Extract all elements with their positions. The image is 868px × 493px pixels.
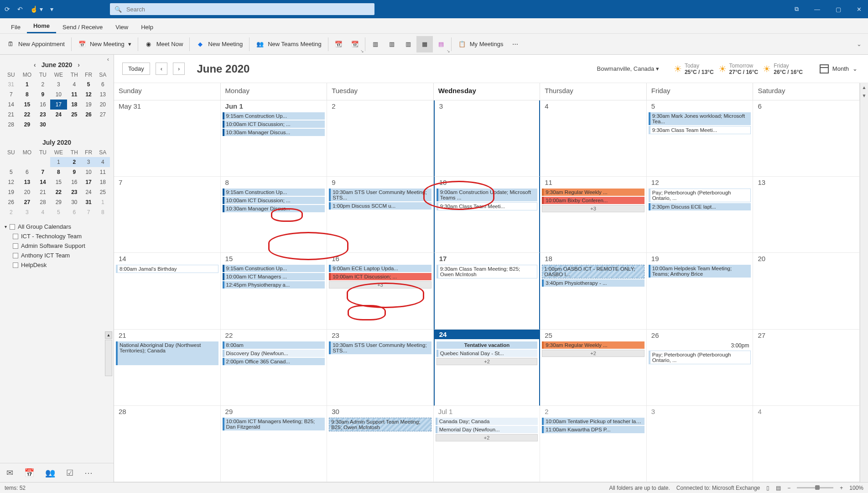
calendar-nav-icon[interactable]: 📅 (24, 468, 34, 478)
mini-cal-day[interactable]: 2 (67, 157, 81, 167)
mini-cal-day[interactable]: 26 (81, 110, 95, 120)
day-cell[interactable]: 148:00am Jamal's Birthday (114, 253, 221, 329)
mini-cal-day[interactable]: 11 (96, 167, 110, 177)
calendar-event[interactable]: 10:00am ICT Managers ... (223, 273, 325, 280)
mini-cal-day[interactable]: 31 (4, 79, 19, 89)
checkbox[interactable] (13, 253, 18, 258)
calendar-event[interactable]: 1:00pm Discuss SCCM u... (329, 202, 431, 210)
mini-cal-day[interactable] (50, 120, 68, 130)
calendar-event[interactable]: Memorial Day (Newfoun... (436, 426, 538, 433)
view-selector[interactable]: Month ⌄ (817, 62, 860, 76)
mini-cal-day[interactable]: 28 (36, 197, 50, 207)
calendar-scrollbar[interactable]: ▲ ▼ (860, 83, 868, 482)
mini-cal-day[interactable]: 4 (36, 207, 50, 217)
allday-event[interactable]: National Aboriginal Day (Northwest Terri… (116, 341, 218, 365)
calendar-event[interactable]: 10:00am Bixby Conferen... (542, 197, 645, 204)
calendar-event[interactable]: 2:30pm Discuss ECE lapt... (649, 203, 751, 210)
day-view-button[interactable]: ▥ (367, 36, 384, 52)
mini-cal-day[interactable]: 1 (19, 79, 36, 89)
mini-cal-day[interactable]: 25 (96, 187, 110, 197)
weather-day[interactable]: ☀Today25°C / 13°C (674, 63, 714, 75)
mini-cal-day[interactable]: 30 (36, 120, 50, 130)
calendar-event[interactable]: 9:00am ECE Laptop Upda... (329, 265, 431, 272)
mini-cal-day[interactable]: 10 (81, 167, 95, 177)
today-button[interactable]: Today (122, 63, 150, 75)
tab-file[interactable]: File (5, 20, 27, 33)
zoom-slider[interactable] (797, 487, 833, 488)
mini-cal-day[interactable]: 9 (36, 89, 50, 100)
week-view-button[interactable]: ▥ (400, 36, 416, 52)
mini-cal-day[interactable]: 3 (19, 207, 36, 217)
day-cell[interactable]: 12Pay; Peterborough (Peterborough Ontari… (647, 177, 754, 253)
calendar-event[interactable]: 1:00pm OASBO ICT - REMOTE ONLY; OASBO I.… (542, 265, 645, 278)
mini-cal-day[interactable]: 17 (81, 177, 95, 187)
teamviewer-meeting-button[interactable]: ◆ New Meeting (192, 37, 247, 51)
mini-cal-day[interactable]: 5 (50, 207, 68, 217)
mini-cal-day[interactable]: 29 (50, 197, 68, 207)
mini-cal-day[interactable] (36, 157, 50, 167)
mini-cal-day[interactable]: 25 (67, 110, 81, 120)
calendar-event[interactable]: 9:00am Construction Update; Microsoft Te… (437, 189, 538, 201)
mini-cal-grid[interactable]: SUMOTUWETHFRSA 1234567891011121314151617… (4, 148, 110, 217)
mini-cal-day[interactable] (67, 120, 81, 130)
calendar-event[interactable]: 12:45pm Physiotherapy a... (223, 281, 325, 288)
day-cell[interactable]: 13 (753, 177, 860, 253)
mini-cal-day[interactable]: 6 (96, 79, 110, 89)
calendar-event[interactable]: 9:30am Admin Support Team Meeting; B25; … (329, 418, 431, 431)
calendar-event[interactable]: 9:30am Regular Weekly ... (542, 341, 645, 349)
mini-cal-day[interactable]: 18 (67, 100, 81, 110)
calendar-event[interactable]: 9:15am Construction Up... (223, 265, 325, 272)
view-reading-icon[interactable]: ▤ (776, 485, 781, 491)
mini-cal-day[interactable]: 21 (36, 187, 50, 197)
calendar-event[interactable]: 10:30am STS User Community Meeting; STS.… (329, 189, 431, 201)
calendar-event[interactable]: 11:00am Kawartha DPS P... (542, 426, 645, 433)
next-month-icon[interactable]: › (78, 61, 80, 68)
checkbox[interactable] (13, 234, 18, 239)
day-cell[interactable]: May 31 (114, 100, 221, 177)
mini-cal-day[interactable]: 26 (4, 197, 19, 207)
day-cell[interactable]: 119:30am Regular Weekly ...10:00am Bixby… (540, 177, 647, 253)
mini-cal-day[interactable]: 10 (50, 89, 68, 100)
mini-cal-day[interactable]: 28 (4, 120, 19, 130)
more-events-button[interactable]: +3 (542, 205, 645, 212)
calendar-event[interactable]: 10:00am ICT Discussion; ... (223, 197, 325, 204)
calendar-event[interactable]: 9:15am Construction Up... (223, 112, 325, 120)
mini-cal-day[interactable]: 3 (81, 157, 95, 167)
mini-cal-day[interactable]: 9 (67, 167, 81, 177)
mini-cal-day[interactable]: 8 (96, 207, 110, 217)
calendar-event[interactable]: Pay; Peterborough (Peterborough Ontario,… (649, 351, 751, 364)
calendar-event[interactable]: 10:30am Manager Discus... (223, 205, 325, 212)
new-appointment-button[interactable]: 🗓 New Appointment (2, 37, 69, 51)
more-commands-button[interactable]: ⋯ (508, 38, 523, 50)
mini-cal-day[interactable] (96, 120, 110, 130)
mini-cal-day[interactable]: 17 (50, 100, 68, 110)
mini-cal-day[interactable]: 24 (81, 187, 95, 197)
scroll-up-icon[interactable]: ▲ (860, 83, 868, 91)
new-teams-meeting-button[interactable]: 👥 New Teams Meeting (251, 37, 326, 51)
mini-cal-day[interactable]: 21 (4, 110, 19, 120)
location-selector[interactable]: Bowmanville, Canada ▾ (597, 65, 659, 72)
mini-cal-day[interactable]: 31 (81, 197, 95, 207)
zoom-in-button[interactable]: + (840, 485, 843, 491)
day-cell[interactable]: 169:00am ECE Laptop Upda...10:00am ICT D… (327, 253, 434, 329)
mini-cal-day[interactable]: 29 (19, 120, 36, 130)
day-cell[interactable]: 2 (327, 100, 434, 177)
day-cell[interactable]: 2310:30am STS User Community Meeting; ST… (327, 330, 434, 406)
scroll-down-icon[interactable]: ▼ (860, 91, 868, 100)
search-input[interactable] (126, 6, 374, 13)
calendar-group-all[interactable]: ▾ All Group Calendars (4, 222, 110, 231)
mini-cal-day[interactable]: 19 (81, 100, 95, 110)
day-cell[interactable]: Jun 19:15am Construction Up...10:00am IC… (221, 100, 327, 177)
day-cell[interactable]: 228:00amDiscovery Day (Newfoun...2:00pm … (221, 330, 327, 406)
day-cell[interactable]: 27 (753, 330, 860, 406)
meet-now-button[interactable]: ◉ Meet Now (140, 37, 188, 51)
mini-cal-day[interactable]: 19 (4, 187, 19, 197)
prev-month-icon[interactable]: ‹ (34, 61, 36, 68)
day-cell[interactable]: 3 (647, 406, 754, 482)
mini-cal-day[interactable]: 22 (19, 110, 36, 120)
weather-day[interactable]: ☀Friday26°C / 16°C (763, 63, 803, 75)
mini-cal-day[interactable]: 18 (96, 177, 110, 187)
collapse-sidebar-icon[interactable]: ‹ (107, 56, 109, 63)
day-cell[interactable]: 24Tentative vacationQuebec National Day … (434, 330, 541, 406)
mini-cal-day[interactable]: 30 (67, 197, 81, 207)
